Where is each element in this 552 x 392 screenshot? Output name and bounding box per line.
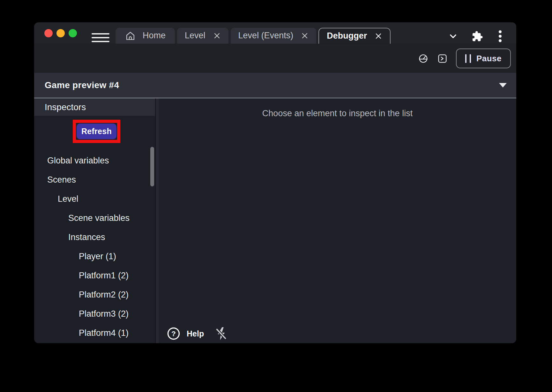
inspectors-body: Refresh Global variablesScenesLevelScene… — [34, 116, 155, 343]
list-item[interactable]: Scenes — [34, 170, 155, 189]
list-item[interactable]: Level — [34, 189, 155, 208]
tab-bar-actions — [448, 30, 504, 43]
close-icon[interactable] — [213, 32, 221, 40]
empty-state-message: Choose an element to inspect in the list — [159, 109, 516, 118]
console-icon[interactable] — [437, 53, 448, 64]
pause-button[interactable]: Pause — [456, 49, 511, 68]
list-item[interactable]: Platform4 (1) — [34, 323, 155, 343]
list-item[interactable]: Instances — [34, 228, 155, 247]
annotation-highlight: Refresh — [73, 120, 120, 143]
inspectors-panel: Inspectors Refresh Global variablesScene… — [34, 98, 155, 343]
footer: ? Help — [167, 326, 229, 341]
refresh-button[interactable]: Refresh — [77, 124, 116, 139]
list-item[interactable]: Platform3 (2) — [34, 304, 155, 323]
tab-label: Level (Events) — [238, 31, 294, 41]
maximize-window-button[interactable] — [69, 29, 77, 37]
flash-off-icon[interactable] — [214, 326, 229, 341]
app-window: Home Level Level (Events) Debugger — [34, 22, 516, 343]
tab-label: Level — [185, 31, 205, 41]
close-window-button[interactable] — [44, 29, 53, 37]
tab-bar: Home Level Level (Events) Debugger — [34, 22, 516, 44]
kebab-menu-icon[interactable] — [497, 30, 504, 43]
home-icon — [125, 30, 136, 41]
preview-header[interactable]: Game preview #4 — [34, 73, 516, 98]
close-icon[interactable] — [301, 32, 309, 40]
scrollbar-thumb[interactable] — [150, 147, 154, 186]
list-item[interactable]: Global variables — [34, 151, 155, 170]
tab-label: Home — [143, 31, 166, 41]
pause-label: Pause — [476, 54, 502, 64]
close-icon[interactable] — [375, 32, 382, 40]
dropdown-arrow-icon[interactable] — [499, 83, 507, 87]
debugger-toolbar: Pause — [34, 44, 516, 73]
tab-level[interactable]: Level — [177, 28, 228, 44]
list-item[interactable]: Platform2 (2) — [34, 285, 155, 304]
list-item[interactable]: Platform1 (2) — [34, 266, 155, 285]
inspectors-title: Inspectors — [45, 102, 86, 112]
menu-icon[interactable] — [92, 33, 109, 42]
help-button[interactable]: ? Help — [167, 327, 204, 340]
panel-divider[interactable] — [155, 98, 159, 343]
tab-strip: Home Level Level (Events) Debugger — [116, 28, 391, 44]
help-label: Help — [187, 329, 204, 338]
list-item[interactable]: Player (1) — [34, 247, 155, 266]
list-item[interactable]: Scene variables — [34, 208, 155, 228]
inspector-detail-panel: Choose an element to inspect in the list… — [159, 98, 516, 343]
tab-debugger[interactable]: Debugger — [318, 28, 391, 44]
tab-home[interactable]: Home — [116, 28, 175, 44]
profiler-icon[interactable] — [418, 53, 429, 64]
svg-text:?: ? — [171, 329, 176, 338]
content-area: Inspectors Refresh Global variablesScene… — [34, 98, 516, 343]
window-controls — [44, 29, 77, 37]
preview-title: Game preview #4 — [45, 80, 119, 90]
minimize-window-button[interactable] — [56, 29, 65, 37]
extensions-icon[interactable] — [472, 31, 483, 42]
inspectors-header: Inspectors — [34, 98, 155, 116]
tab-label: Debugger — [327, 31, 367, 41]
tab-level-events[interactable]: Level (Events) — [231, 28, 317, 44]
inspector-list: Global variablesScenesLevelScene variabl… — [34, 151, 155, 343]
pause-icon — [465, 54, 471, 63]
chevron-down-icon[interactable] — [448, 32, 458, 41]
help-icon: ? — [167, 327, 180, 340]
